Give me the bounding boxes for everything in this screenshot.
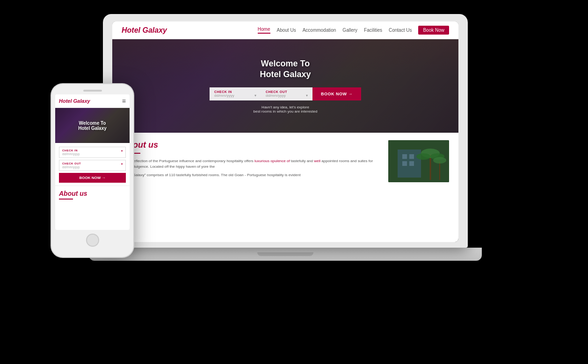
phone-checkin-chevron: ▾ <box>121 149 123 152</box>
phone-book-button[interactable]: BOOK NOW → <box>59 173 126 183</box>
svg-rect-3 <box>409 154 414 159</box>
checkin-arrow: ▾ <box>254 93 256 98</box>
phone-checkin-value: dd/mm/yyyy <box>62 152 123 156</box>
about-description1: A true reflection of the Portuguese infl… <box>122 158 381 170</box>
nav-about[interactable]: About Us <box>277 28 296 33</box>
about-description2: "Hotel Galaxy" comprises of 110 tasteful… <box>122 172 381 178</box>
about-image-background <box>388 140 449 182</box>
tagline-line1: Havn't any idea, let's explore <box>254 105 318 109</box>
checkin-placeholder: dd/mm/yyyy <box>214 93 234 98</box>
about-title: About us <box>122 140 381 150</box>
phone-checkin-label: CHECK IN ▾ <box>62 149 123 152</box>
hero-overlay <box>112 39 458 133</box>
checkout-arrow: ▾ <box>306 93 308 98</box>
phone-nav: Hotel Galaxy ≡ <box>55 94 130 108</box>
phone-checkout-label: CHECK OUT ▾ <box>62 162 123 165</box>
laptop-menu: Home About Us Accommodation Gallery Faci… <box>258 26 449 35</box>
laptop-device: Hotel Galaxy Home About Us Accommodation… <box>103 14 468 276</box>
svg-point-11 <box>433 157 446 164</box>
laptop-hero: Welcome To Hotel Galaxy CHECK IN dd/mm/y… <box>112 39 458 133</box>
phone-checkout-value: dd/mm/yyyy <box>62 165 123 169</box>
laptop-body: Hotel Galaxy Home About Us Accommodation… <box>103 14 468 248</box>
nav-home[interactable]: Home <box>258 27 270 34</box>
svg-rect-4 <box>402 161 407 166</box>
phone-speaker <box>83 90 102 92</box>
phone-hero: Welcome To Hotel Galaxy <box>55 108 130 143</box>
phone-about-title: About us <box>59 190 126 197</box>
checkout-placeholder: dd/mm/yyyy <box>266 93 286 98</box>
nav-accommodation[interactable]: Accommodation <box>303 28 336 33</box>
laptop-screen: Hotel Galaxy Home About Us Accommodation… <box>112 21 458 242</box>
hero-content: Welcome To Hotel Galaxy <box>260 58 311 80</box>
about-image <box>388 140 449 182</box>
nav-book-button[interactable]: Book Now <box>418 26 449 35</box>
scene: Hotel Galaxy Home About Us Accommodation… <box>0 0 588 364</box>
phone-hero-line1: Welcome To <box>78 121 107 126</box>
booking-bar: CHECK IN dd/mm/yyyy ▾ CHECK OUT dd/mm/yy… <box>210 87 361 100</box>
phone-checkin-field[interactable]: CHECK IN ▾ dd/mm/yyyy <box>59 147 126 158</box>
book-now-button[interactable]: BOOK NOW → <box>312 87 361 100</box>
nav-contact[interactable]: Contact Us <box>389 28 412 33</box>
phone-about: About us <box>55 186 130 230</box>
nav-facilities[interactable]: Facilities <box>364 28 382 33</box>
hero-tagline: Havn't any idea, let's explore best room… <box>254 105 318 114</box>
phone-hero-text: Welcome To Hotel Galaxy <box>78 121 107 131</box>
about-image-svg <box>388 140 449 182</box>
phone-device: Hotel Galaxy ≡ Welcome To Hotel Galaxy <box>51 84 133 262</box>
laptop-logo: Hotel Galaxy <box>122 26 167 35</box>
phone-checkout-field[interactable]: CHECK OUT ▾ dd/mm/yyyy <box>59 160 126 171</box>
laptop-about-section: About us A true reflection of the Portug… <box>112 133 458 242</box>
phone-checkout-chevron: ▾ <box>121 162 123 165</box>
nav-gallery[interactable]: Gallery <box>342 28 357 33</box>
svg-point-8 <box>416 153 430 160</box>
svg-rect-5 <box>409 161 414 166</box>
tagline-line2: best rooms in which you are interested <box>254 109 318 114</box>
hero-title-line2: Hotel Galaxy <box>260 69 311 80</box>
phone-body: Hotel Galaxy ≡ Welcome To Hotel Galaxy <box>51 84 133 257</box>
about-highlight: luxurious opulence of <box>254 159 290 163</box>
hamburger-icon[interactable]: ≡ <box>122 97 126 105</box>
phone-form: CHECK IN ▾ dd/mm/yyyy CHECK OUT ▾ dd/mm/… <box>55 143 130 186</box>
phone-logo: Hotel Galaxy <box>59 98 90 104</box>
laptop-nav: Hotel Galaxy Home About Us Accommodation… <box>112 21 458 39</box>
phone-screen: Hotel Galaxy ≡ Welcome To Hotel Galaxy <box>55 94 130 230</box>
laptop-website: Hotel Galaxy Home About Us Accommodation… <box>112 21 458 242</box>
phone-home-button[interactable] <box>86 234 99 247</box>
checkout-label: CHECK OUT <box>266 90 308 93</box>
laptop-hinge <box>257 252 313 256</box>
hero-title: Welcome To Hotel Galaxy <box>260 58 311 80</box>
laptop-base <box>89 248 482 261</box>
hero-title-line1: Welcome To <box>260 58 311 69</box>
checkout-value: dd/mm/yyyy ▾ <box>266 93 308 98</box>
checkin-value: dd/mm/yyyy ▾ <box>214 93 256 98</box>
about-highlight2: well <box>314 159 320 163</box>
checkin-field[interactable]: CHECK IN dd/mm/yyyy ▾ <box>210 87 261 100</box>
about-text: About us A true reflection of the Portug… <box>122 140 381 235</box>
checkout-field[interactable]: CHECK OUT dd/mm/yyyy ▾ <box>261 87 312 100</box>
phone-about-divider <box>59 199 73 200</box>
phone-hero-line2: Hotel Galaxy <box>78 126 107 131</box>
svg-rect-2 <box>402 154 407 159</box>
checkin-label: CHECK IN <box>214 90 256 93</box>
